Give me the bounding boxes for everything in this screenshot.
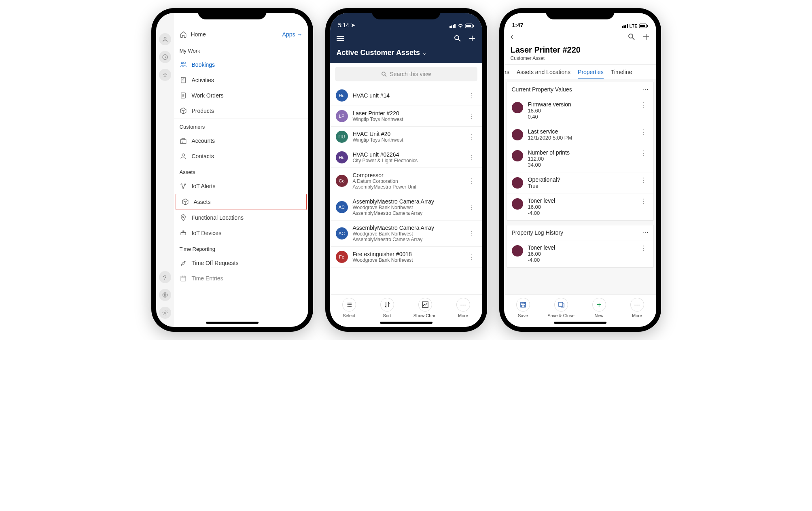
more-icon: ⋯	[456, 298, 470, 312]
asset-row[interactable]: AC AssemblyMaestro Camera Array Woodgrov…	[330, 221, 482, 247]
row-more-icon[interactable]: ⋮	[467, 230, 477, 237]
more-icon[interactable]: ⋯	[643, 86, 649, 93]
svg-point-5	[183, 62, 185, 64]
action-saveclose[interactable]: Save & Close	[542, 298, 580, 318]
search-icon[interactable]	[628, 33, 635, 40]
nav-activities[interactable]: Activities	[174, 72, 308, 88]
activities-icon	[180, 76, 187, 84]
asset-row[interactable]: LP Laser Printer #220 Wingtip Toys North…	[330, 106, 482, 127]
property-dot-icon	[512, 245, 523, 257]
property-row[interactable]: Toner level 16.00 -4.00 ⋮	[507, 240, 653, 267]
svg-rect-17	[466, 25, 471, 27]
row-more-icon[interactable]: ⋮	[467, 92, 477, 100]
property-row[interactable]: Operational? True ⋮	[507, 172, 653, 193]
nav-workorders[interactable]: Work Orders	[174, 88, 308, 103]
nav-products[interactable]: Products	[174, 103, 308, 119]
hamburger-icon[interactable]	[337, 35, 344, 42]
section-log-history: Property Log History⋯ Toner level 16.00 …	[507, 225, 654, 268]
row-more-icon[interactable]: ⋮	[639, 244, 649, 252]
asset-name: Laser Printer #220	[353, 110, 462, 117]
help-icon[interactable]: ?	[159, 271, 171, 283]
iotdevices-icon	[180, 229, 187, 237]
asset-row[interactable]: Co Compressor A Datum Corporation Assemb…	[330, 168, 482, 194]
asset-list[interactable]: Hu HVAC unit #14 ⋮LP Laser Printer #220 …	[330, 85, 482, 294]
property-row[interactable]: Last service 12/1/2020 5:00 PM ⋮	[507, 124, 653, 145]
search-icon[interactable]	[454, 35, 461, 42]
action-more[interactable]: ⋯More	[444, 298, 482, 318]
add-icon[interactable]	[469, 35, 476, 42]
svg-point-11	[184, 184, 186, 185]
row-more-icon[interactable]: ⋮	[467, 204, 477, 211]
asset-name: HVAC unit #14	[353, 92, 462, 99]
action-more[interactable]: ⋯More	[618, 298, 656, 318]
nav-accounts[interactable]: Accounts	[174, 133, 308, 148]
search-icon	[381, 71, 387, 77]
nav-funcloc[interactable]: Functional Locations	[174, 210, 308, 225]
section-time: Time Reporting	[174, 241, 308, 255]
home-indicator[interactable]	[206, 322, 259, 324]
avatar: AC	[336, 227, 348, 240]
globe-icon[interactable]	[159, 289, 171, 301]
nav-timeentries[interactable]: Time Entries	[174, 271, 308, 286]
nav-iotdev[interactable]: IoT Devices	[174, 225, 308, 241]
asset-row[interactable]: AC AssemblyMaestro Camera Array Woodgrov…	[330, 194, 482, 221]
property-row[interactable]: Toner level 16.00 -4.00 ⋮	[507, 193, 653, 221]
row-more-icon[interactable]: ⋮	[639, 176, 649, 184]
action-new[interactable]: +New	[580, 298, 618, 318]
search-input[interactable]: Search this view	[335, 67, 477, 81]
add-icon[interactable]	[642, 33, 650, 40]
row-more-icon[interactable]: ⋮	[639, 128, 649, 136]
home-indicator[interactable]	[380, 322, 433, 324]
view-selector[interactable]: Active Customer Assets ⌄	[337, 49, 476, 57]
recent-icon[interactable]	[159, 51, 171, 63]
settings-icon[interactable]	[159, 307, 171, 319]
nav-timeoff[interactable]: Time Off Requests	[174, 255, 308, 271]
pin-icon[interactable]	[159, 69, 171, 81]
section-customers: Customers	[174, 119, 308, 133]
apps-link[interactable]: Apps →	[282, 31, 303, 38]
svg-rect-14	[181, 233, 186, 235]
asset-row[interactable]: Fe Fire extinguisher #0018 Woodgrove Ban…	[330, 247, 482, 267]
asset-row[interactable]: Hu HVAC unit #02264 City Power & Light E…	[330, 147, 482, 168]
status-bar: 5:14➤	[330, 13, 482, 29]
more-icon[interactable]: ⋯	[643, 229, 649, 236]
row-more-icon[interactable]: ⋮	[467, 133, 477, 141]
row-more-icon[interactable]: ⋮	[639, 149, 649, 157]
tab-partial[interactable]: ers	[504, 69, 509, 79]
row-more-icon[interactable]: ⋮	[467, 177, 477, 185]
action-sort[interactable]: Sort	[368, 298, 406, 318]
arrow-right-icon: →	[297, 31, 303, 38]
tab-properties[interactable]: Properties	[578, 69, 604, 79]
nav-contacts[interactable]: Contacts	[174, 148, 308, 164]
home-indicator[interactable]	[554, 322, 606, 324]
row-more-icon[interactable]: ⋮	[639, 197, 649, 205]
action-chart[interactable]: Show Chart	[406, 298, 444, 318]
profile-icon[interactable]	[159, 33, 171, 45]
detail-body[interactable]: Current Property Values⋯ Firmware versio…	[504, 79, 656, 294]
avatar: Co	[336, 175, 348, 187]
nav-assets[interactable]: Assets	[176, 194, 307, 210]
tab-timeline[interactable]: Timeline	[611, 69, 632, 79]
chart-icon	[418, 298, 432, 312]
asset-sub1: Woodgrove Bank Northwest	[353, 231, 462, 237]
signal-icon	[449, 24, 456, 28]
row-more-icon[interactable]: ⋮	[467, 253, 477, 261]
back-icon[interactable]: ‹	[511, 32, 513, 42]
property-row[interactable]: Number of prints 112.00 34.00 ⋮	[507, 145, 653, 172]
property-name: Toner level	[528, 197, 634, 204]
property-row[interactable]: Firmware version 18.60 0.40 ⋮	[507, 97, 653, 124]
nav-home[interactable]: Home Apps →	[174, 25, 308, 43]
tab-assets-locations[interactable]: Assets and Locations	[517, 69, 570, 79]
asset-name: HVAC unit #02264	[353, 151, 462, 158]
nav-bookings[interactable]: Bookings	[174, 57, 308, 72]
asset-row[interactable]: Hu HVAC unit #14 ⋮	[330, 85, 482, 106]
asset-row[interactable]: HU HVAC Unit #20 Wingtip Toys Northwest …	[330, 127, 482, 147]
row-more-icon[interactable]: ⋮	[639, 101, 649, 109]
assets-icon	[182, 198, 189, 206]
asset-name: AssemblyMaestro Camera Array	[353, 225, 462, 231]
action-select[interactable]: Select	[330, 298, 368, 318]
row-more-icon[interactable]: ⋮	[467, 112, 477, 120]
nav-iotalerts[interactable]: IoT Alerts	[174, 178, 308, 194]
action-save[interactable]: Save	[504, 298, 542, 318]
row-more-icon[interactable]: ⋮	[467, 154, 477, 161]
